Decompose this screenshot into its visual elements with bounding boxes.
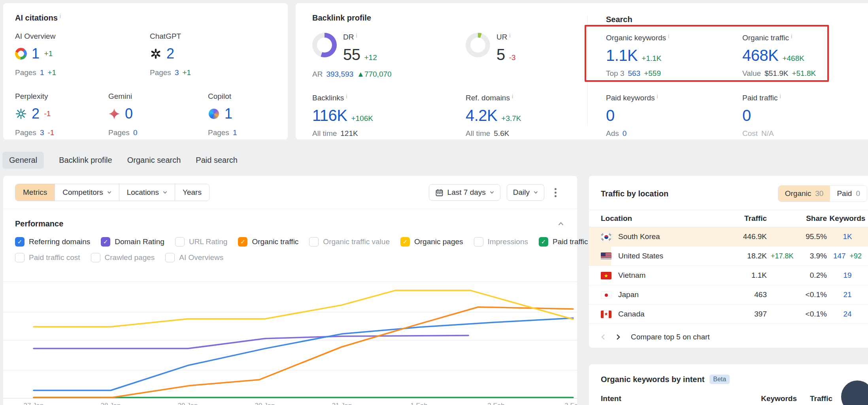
chatgpt-count[interactable]: 2 bbox=[166, 46, 174, 61]
keywords-delta: +92 bbox=[846, 252, 862, 260]
keywords-link[interactable]: 147 bbox=[833, 252, 846, 260]
filter-bar: Metrics Competitors Locations Years Last… bbox=[3, 176, 577, 209]
gemini-pages: Pages 0 bbox=[108, 128, 208, 137]
filter-locations[interactable]: Locations bbox=[119, 184, 175, 201]
backlink-profile-section: Backlink profile DRi 55 +12 URi 5 bbox=[296, 3, 587, 139]
metric-perplexity: Perplexity 2 -1 Pages 3 -1 bbox=[15, 92, 108, 137]
ai-overview-count[interactable]: 1 bbox=[32, 46, 40, 61]
checkbox-unchecked-icon[interactable] bbox=[474, 237, 483, 247]
location-name: South Korea bbox=[618, 232, 711, 241]
metric-ai-overview: AI Overview 1 +1 Pages 1 +1 bbox=[15, 32, 150, 77]
filter-years[interactable]: Years bbox=[175, 184, 209, 201]
traffic-value: 446.9K bbox=[711, 232, 767, 241]
metric-checkbox-url-rating[interactable]: URL Rating bbox=[175, 237, 228, 247]
metric-checkbox-paid-traffic[interactable]: ✓Paid traffic bbox=[539, 237, 588, 247]
keywords-link[interactable]: 19 bbox=[843, 271, 851, 279]
ai-citations-card: AI citationsi AI Overview 1 +1 Pages 1 +… bbox=[3, 3, 288, 139]
info-icon[interactable]: i bbox=[779, 94, 781, 99]
metric-checkbox-row-1: ✓Referring domains✓Domain RatingURL Rati… bbox=[3, 237, 577, 247]
ai-overview-pages: Pages 1 +1 bbox=[15, 68, 150, 77]
info-icon[interactable]: i bbox=[512, 94, 513, 99]
metric-checkbox-organic-traffic-value[interactable]: Organic traffic value bbox=[309, 237, 390, 247]
perplexity-pages: Pages 3 -1 bbox=[15, 128, 108, 137]
ai-citations-title: AI citationsi bbox=[15, 13, 288, 23]
toggle-organic[interactable]: Organic 30 bbox=[778, 186, 830, 202]
traffic-by-location-title: Traffic by location bbox=[601, 189, 668, 198]
copilot-count[interactable]: 1 bbox=[225, 106, 232, 121]
info-icon[interactable]: i bbox=[668, 34, 669, 39]
location-name: Canada bbox=[618, 310, 711, 318]
checkbox-checked-icon[interactable]: ✓ bbox=[101, 237, 110, 247]
paid-traffic-value[interactable]: 0 bbox=[742, 107, 751, 124]
info-icon[interactable]: i bbox=[356, 33, 357, 38]
gemini-icon bbox=[108, 108, 120, 120]
metric-organic-traffic: Organic traffici 468K +468K Value $51.9K… bbox=[742, 34, 868, 78]
checkbox-checked-icon[interactable]: ✓ bbox=[15, 237, 25, 247]
keywords-link[interactable]: 1K bbox=[843, 232, 852, 241]
svg-text:29 Jan: 29 Jan bbox=[177, 402, 198, 405]
metric-checkbox-domain-rating[interactable]: ✓Domain Rating bbox=[101, 237, 164, 247]
metric-gemini: Gemini 0 Pages 0 bbox=[108, 92, 208, 137]
keywords-link[interactable]: 24 bbox=[843, 310, 851, 318]
location-row-south-korea: South Korea446.9K95.5%1K bbox=[589, 227, 868, 247]
perplexity-count[interactable]: 2 bbox=[32, 106, 40, 121]
svg-text:1 Feb: 1 Feb bbox=[410, 402, 427, 405]
granularity-button[interactable]: Daily bbox=[507, 184, 544, 201]
ref-domains-value[interactable]: 4.2K bbox=[466, 107, 497, 124]
compare-top5-link[interactable]: Compare top 5 on chart bbox=[631, 333, 710, 341]
backlinks-value[interactable]: 116K bbox=[312, 107, 347, 124]
info-icon[interactable]: i bbox=[509, 33, 510, 38]
checkbox-unchecked-icon[interactable] bbox=[309, 237, 319, 247]
filter-metrics[interactable]: Metrics bbox=[15, 184, 55, 201]
performance-card: Metrics Competitors Locations Years Last… bbox=[3, 176, 577, 405]
filter-competitors[interactable]: Competitors bbox=[55, 184, 119, 201]
metric-checkbox-organic-pages[interactable]: ✓Organic pages bbox=[400, 237, 463, 247]
toggle-paid[interactable]: Paid 0 bbox=[830, 186, 867, 202]
vn-flag-icon bbox=[601, 272, 611, 279]
tab-organic-search[interactable]: Organic search bbox=[127, 152, 181, 169]
checkbox-checked-icon[interactable]: ✓ bbox=[238, 237, 247, 247]
calendar-icon bbox=[435, 188, 443, 197]
checkbox-checked-icon[interactable]: ✓ bbox=[400, 237, 410, 247]
traffic-delta: +17.8K bbox=[767, 252, 793, 260]
metric-checkbox-referring-domains[interactable]: ✓Referring domains bbox=[15, 237, 90, 247]
info-icon[interactable]: i bbox=[346, 94, 347, 99]
metric-paid-keywords: Paid keywordsi 0 Ads 0 bbox=[606, 94, 742, 138]
collapse-chevron-icon[interactable] bbox=[558, 222, 564, 226]
svg-text:2 Feb: 2 Feb bbox=[487, 402, 504, 405]
metric-checkbox-impressions[interactable]: Impressions bbox=[474, 237, 528, 247]
gemini-count[interactable]: 0 bbox=[125, 106, 133, 121]
info-icon[interactable]: i bbox=[791, 34, 792, 39]
organic-traffic-value[interactable]: 468K bbox=[742, 47, 778, 64]
organic-keywords-value[interactable]: 1.1K bbox=[606, 47, 638, 64]
share-value: 0.2% bbox=[793, 271, 827, 280]
metric-copilot: Copilot 1 Pages 1 bbox=[208, 92, 288, 137]
date-range-button[interactable]: Last 7 days bbox=[429, 184, 500, 201]
chevron-down-icon bbox=[490, 191, 494, 194]
metric-checkbox-organic-traffic[interactable]: ✓Organic traffic bbox=[238, 237, 298, 247]
prev-page-icon[interactable] bbox=[601, 334, 606, 340]
tab-paid-search[interactable]: Paid search bbox=[196, 152, 238, 169]
checkbox-checked-icon[interactable]: ✓ bbox=[539, 237, 548, 247]
copilot-icon bbox=[208, 108, 220, 120]
tab-general[interactable]: General bbox=[2, 152, 44, 169]
ahrefs-rank: AR 393,593 ▲770,070 bbox=[312, 70, 587, 79]
checkbox-unchecked-icon[interactable] bbox=[175, 237, 185, 247]
ai-overview-delta: +1 bbox=[44, 49, 53, 58]
info-icon[interactable]: i bbox=[60, 13, 61, 19]
chatgpt-pages: Pages 3 +1 bbox=[150, 68, 288, 77]
keywords-by-intent-card: Organic keywords by intent Beta Intent K… bbox=[589, 364, 868, 405]
keywords-link[interactable]: 21 bbox=[843, 290, 851, 299]
more-options-icon[interactable] bbox=[551, 186, 560, 200]
paid-keywords-value[interactable]: 0 bbox=[606, 107, 615, 124]
svg-text:31 Jan: 31 Jan bbox=[332, 402, 352, 405]
next-page-icon[interactable] bbox=[616, 334, 621, 340]
metric-ref-domains: Ref. domainsi 4.2K +3.7K All time 5.6K bbox=[466, 94, 587, 138]
metric-paid-traffic: Paid traffici 0 Cost N/A bbox=[742, 94, 868, 138]
copilot-pages: Pages 1 bbox=[208, 128, 288, 137]
info-icon[interactable]: i bbox=[657, 94, 658, 99]
tab-backlink-profile[interactable]: Backlink profile bbox=[59, 152, 112, 169]
metric-ur: URi 5 -3 bbox=[466, 33, 587, 63]
beta-badge: Beta bbox=[709, 375, 730, 384]
traffic-value: 463 bbox=[711, 290, 767, 299]
